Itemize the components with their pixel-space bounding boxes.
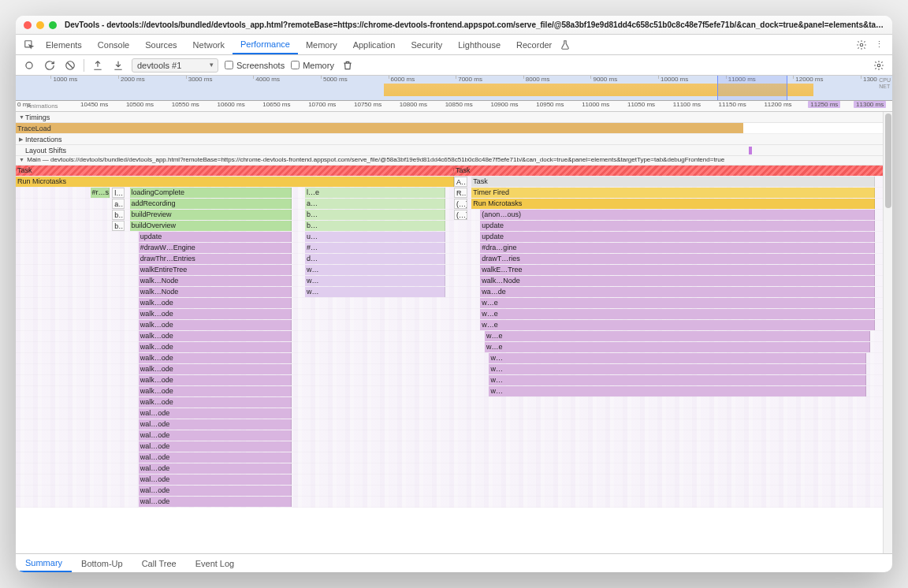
flame-block[interactable]: walk…ode <box>139 298 292 308</box>
flame-block[interactable]: A… <box>454 177 467 187</box>
flame-block[interactable]: w…e <box>480 309 874 319</box>
flame-block[interactable]: w… <box>489 386 865 396</box>
close-icon[interactable] <box>24 21 32 29</box>
scrollbar[interactable] <box>883 112 892 553</box>
flame-block[interactable]: Task <box>454 166 884 176</box>
tab-console[interactable]: Console <box>90 35 137 54</box>
flame-block[interactable]: #… <box>305 243 445 253</box>
flame-block[interactable]: w…e <box>480 298 874 308</box>
flame-block[interactable]: R… <box>454 188 467 198</box>
flame-block[interactable]: b… <box>305 210 445 220</box>
flame-block[interactable]: w… <box>305 287 445 297</box>
flame-block[interactable]: buildPreview <box>130 210 292 220</box>
bottom-tab-summary[interactable]: Summary <box>16 554 72 572</box>
flame-graph[interactable]: TaskTaskRun MicrotasksA…Task#r…sl…loadin… <box>16 166 892 508</box>
inspect-icon[interactable] <box>20 38 38 52</box>
flame-block[interactable]: b… <box>112 210 125 220</box>
bottom-tab-bottom-up[interactable]: Bottom-Up <box>72 554 132 572</box>
flame-block[interactable]: #r…s <box>91 188 110 198</box>
flame-block[interactable]: update <box>480 232 874 242</box>
flame-block[interactable]: wal…ode <box>139 408 292 419</box>
flame-block[interactable]: wal…ode <box>139 452 292 463</box>
flame-block[interactable]: (…) <box>454 210 467 220</box>
flame-block[interactable]: wal…ode <box>139 474 292 485</box>
flame-block[interactable]: buildOverview <box>130 221 292 231</box>
reload-icon[interactable] <box>43 58 57 73</box>
flame-block[interactable]: (anon…ous) <box>480 210 874 220</box>
flame-block[interactable]: walk…ode <box>139 353 292 363</box>
flame-block[interactable]: wal…ode <box>139 430 292 441</box>
flame-block[interactable]: drawT…ries <box>480 254 874 264</box>
flame-block[interactable]: w…e <box>485 342 870 352</box>
flame-block[interactable]: wal…ode <box>139 497 292 507</box>
flame-block[interactable]: walk…ode <box>139 331 292 341</box>
flame-block[interactable]: d… <box>305 254 445 264</box>
flame-block[interactable]: b… <box>305 221 445 231</box>
tracks-area[interactable]: ▼Timings TraceLoad ▶Interactions Layout … <box>16 112 892 553</box>
flame-block[interactable]: update <box>480 221 874 231</box>
flame-block[interactable]: u… <box>305 232 445 242</box>
tab-application[interactable]: Application <box>345 35 404 54</box>
flame-block[interactable]: w… <box>305 276 445 286</box>
flame-block[interactable]: (…) <box>454 199 467 209</box>
tab-sources[interactable]: Sources <box>137 35 184 54</box>
flame-block[interactable]: walkE…Tree <box>480 265 874 275</box>
flame-block[interactable]: #drawW…Engine <box>139 243 292 253</box>
flame-block[interactable]: Run Microtasks <box>16 177 454 187</box>
flame-block[interactable]: w… <box>305 265 445 275</box>
flame-block[interactable]: walk…Node <box>139 287 292 297</box>
clear-icon[interactable] <box>63 58 77 73</box>
interactions-header[interactable]: ▶Interactions <box>16 134 892 145</box>
flame-block[interactable]: walk…ode <box>139 397 292 408</box>
flame-block[interactable]: Task <box>16 166 454 176</box>
download-icon[interactable] <box>111 58 125 73</box>
flame-block[interactable]: w… <box>489 375 865 385</box>
flame-block[interactable]: wal…ode <box>139 486 292 496</box>
tab-security[interactable]: Security <box>403 35 450 54</box>
tab-recorder[interactable]: Recorder <box>508 35 560 54</box>
layout-shifts-header[interactable]: Layout Shifts <box>16 145 892 156</box>
screenshots-checkbox[interactable]: Screenshots <box>225 61 285 70</box>
tab-elements[interactable]: Elements <box>38 35 90 54</box>
traceload-bar[interactable]: TraceLoad <box>16 123 743 133</box>
flame-block[interactable]: w… <box>489 353 865 363</box>
flame-block[interactable]: loadingComplete <box>130 188 292 198</box>
flame-block[interactable]: Task <box>471 177 875 187</box>
flame-block[interactable]: walk…Node <box>480 276 874 286</box>
bottom-tab-call-tree[interactable]: Call Tree <box>132 554 186 572</box>
kebab-icon[interactable]: ⋮ <box>870 38 888 52</box>
flame-block[interactable]: w…e <box>485 331 870 341</box>
minimize-icon[interactable] <box>36 21 44 29</box>
flame-block[interactable]: walk…ode <box>139 375 292 385</box>
settings-icon[interactable] <box>853 38 870 52</box>
flame-block[interactable]: update <box>139 232 292 242</box>
flame-block[interactable]: a… <box>305 199 445 209</box>
tab-network[interactable]: Network <box>185 35 233 54</box>
traceload-row[interactable]: TraceLoad <box>16 123 892 134</box>
flame-block[interactable]: w… <box>489 364 865 374</box>
flame-block[interactable]: a… <box>112 199 125 209</box>
bottom-tab-event-log[interactable]: Event Log <box>186 554 244 572</box>
flame-block[interactable]: walk…ode <box>139 342 292 352</box>
flame-block[interactable]: w…e <box>480 320 874 330</box>
flame-block[interactable]: walk…Node <box>139 276 292 286</box>
flame-block[interactable]: walk…ode <box>139 364 292 374</box>
flame-block[interactable]: b… <box>112 221 125 231</box>
flame-block[interactable]: Run Microtasks <box>471 199 875 209</box>
memory-checkbox[interactable]: Memory <box>291 61 334 70</box>
tab-memory[interactable]: Memory <box>298 35 345 54</box>
profile-select[interactable]: devtools #1 <box>132 58 218 73</box>
flame-block[interactable]: walkEntireTree <box>139 265 292 275</box>
flame-block[interactable]: l…e <box>305 188 445 198</box>
flame-block[interactable]: wal…ode <box>139 463 292 474</box>
flame-block[interactable]: addRecording <box>130 199 292 209</box>
flame-block[interactable]: wal…ode <box>139 419 292 430</box>
upload-icon[interactable] <box>91 58 105 73</box>
flame-block[interactable]: wa…de <box>480 287 874 297</box>
flame-block[interactable]: walk…ode <box>139 386 292 396</box>
flame-block[interactable]: walk…ode <box>139 309 292 319</box>
flame-block[interactable]: Timer Fired <box>471 188 875 198</box>
settings-small-icon[interactable] <box>872 58 886 73</box>
flame-block[interactable]: wal…ode <box>139 441 292 452</box>
flame-block[interactable]: #dra…gine <box>480 243 874 253</box>
